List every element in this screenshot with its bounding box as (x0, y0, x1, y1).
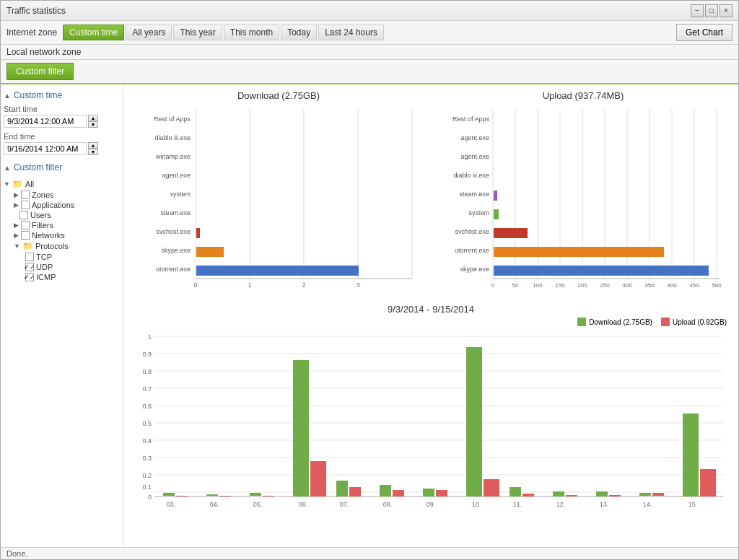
icmp-checkbox[interactable]: ✓ (25, 273, 34, 281)
svg-text:08.: 08. (383, 501, 393, 508)
svg-rect-85 (250, 493, 261, 496)
tree-item-all[interactable]: ▼ 📁 All (4, 178, 120, 190)
users-checkbox[interactable] (19, 211, 28, 219)
start-time-field[interactable] (4, 115, 87, 128)
svg-rect-101 (596, 491, 608, 496)
svg-text:0.6: 0.6 (142, 403, 152, 410)
custom-time-button[interactable]: Custom time (63, 25, 124, 40)
all-folder-icon: 📁 (12, 179, 23, 189)
svg-text:Rest of Apps: Rest of Apps (154, 115, 191, 123)
all-years-button[interactable]: All years (126, 25, 172, 40)
custom-filter-button[interactable]: Custom filter (6, 63, 74, 80)
svg-text:steam.exe: steam.exe (160, 209, 191, 216)
start-time-spinner: ▲ ▼ (88, 115, 98, 128)
tree-item-tcp[interactable]: TCP (4, 252, 120, 262)
svg-rect-99 (553, 491, 564, 496)
svg-text:10.: 10. (472, 501, 481, 508)
tree-item-filters[interactable]: ▶ Filters (4, 220, 120, 230)
svg-text:09.: 09. (427, 501, 436, 508)
svg-text:svchost.exe: svchost.exe (156, 228, 191, 235)
svg-text:0.8: 0.8 (142, 368, 152, 375)
this-year-button[interactable]: This year (173, 25, 222, 40)
svg-rect-86 (263, 496, 274, 496)
svg-rect-89 (336, 481, 348, 496)
legend-upload-label: Upload (0.92GB) (673, 318, 727, 326)
networks-checkbox[interactable] (21, 231, 30, 240)
svg-text:0: 0 (148, 494, 152, 501)
svg-rect-100 (566, 495, 577, 496)
svg-text:0.1: 0.1 (142, 484, 152, 491)
svg-text:2: 2 (302, 281, 305, 289)
svg-rect-94 (436, 490, 447, 496)
end-time-up[interactable]: ▲ (88, 142, 98, 149)
filter-bar: Custom filter (1, 60, 738, 84)
svg-text:0: 0 (193, 281, 197, 289)
tree-item-udp[interactable]: ✓ UDP (4, 262, 120, 272)
svg-text:1: 1 (148, 333, 152, 341)
custom-filter-section[interactable]: ▲ Custom filter (4, 162, 120, 172)
end-time-spinner: ▲ ▼ (88, 142, 98, 155)
internet-zone-label: Internet zone (6, 27, 57, 38)
today-button[interactable]: Today (281, 25, 317, 40)
minimize-button[interactable]: − (691, 4, 704, 17)
tree-label-applications: Applications (32, 201, 74, 209)
all-expand-icon: ▼ (4, 180, 10, 188)
window-title: Traffic statistics (6, 6, 66, 16)
tree-item-zones[interactable]: ▶ Zones (4, 190, 120, 200)
window-controls: − □ × (691, 4, 733, 17)
svg-rect-106 (700, 469, 716, 496)
svg-text:system: system (170, 191, 191, 198)
svg-text:3: 3 (356, 281, 359, 289)
restore-button[interactable]: □ (705, 4, 718, 17)
protocols-expand-icon: ▼ (14, 242, 20, 250)
tree-label-users: Users (30, 211, 51, 219)
svg-text:11.: 11. (513, 501, 522, 508)
close-button[interactable]: × (720, 4, 733, 17)
custom-time-section[interactable]: ▲ Custom time (4, 90, 120, 100)
main-content: ▲ Custom time Start time ▲ ▼ End time ▲ … (1, 84, 738, 547)
this-month-button[interactable]: This month (224, 25, 279, 40)
zones-expand-icon: ▶ (14, 191, 19, 198)
filter-tree: ▼ 📁 All ▶ Zones ▶ Applications (4, 178, 120, 282)
tree-item-networks[interactable]: ▶ Networks (4, 230, 120, 240)
svg-text:450: 450 (689, 282, 699, 289)
svg-text:system: system (468, 209, 489, 216)
networks-expand-icon: ▶ (14, 232, 19, 239)
tcp-checkbox[interactable] (25, 253, 34, 261)
tree-item-protocols[interactable]: ▼ 📁 Protocols (4, 240, 120, 252)
svg-rect-82 (176, 496, 188, 496)
toolbar: Internet zone Custom time All years This… (1, 21, 738, 45)
svg-text:skype.exe: skype.exe (460, 266, 489, 273)
tree-item-icmp[interactable]: ✓ ICMP (4, 272, 120, 282)
tree-label-zones: Zones (32, 191, 54, 199)
svg-rect-43 (494, 191, 497, 201)
svg-text:400: 400 (667, 282, 677, 289)
svg-rect-45 (494, 228, 528, 238)
get-chart-button[interactable]: Get Chart (676, 24, 733, 41)
start-time-up[interactable]: ▲ (88, 115, 98, 121)
svg-text:0.7: 0.7 (142, 385, 152, 393)
tree-item-applications[interactable]: ▶ Applications (4, 200, 120, 210)
legend-download-box (577, 318, 586, 326)
last-24-hours-button[interactable]: Last 24 hours (318, 25, 384, 40)
svg-text:14.: 14. (643, 501, 652, 508)
download-chart-panel: Download (2.75GB) Rest of Apps diablo ii… (129, 90, 428, 295)
upload-chart-panel: Upload (937.74MB) Rest of Apps agent.exe… (434, 90, 733, 295)
tree-label-filters: Filters (32, 221, 53, 229)
svg-rect-97 (510, 487, 521, 496)
udp-checkbox[interactable]: ✓ (25, 263, 34, 271)
svg-rect-105 (683, 414, 699, 496)
tree-label-udp: UDP (36, 263, 53, 271)
applications-checkbox[interactable] (21, 201, 30, 209)
end-time-field[interactable] (4, 142, 87, 155)
tree-item-users[interactable]: Users (4, 210, 120, 220)
svg-text:agent.exe: agent.exe (162, 172, 191, 179)
legend-upload: Upload (0.92GB) (661, 318, 727, 326)
bottom-chart-title: 9/3/2014 - 9/15/2014 (129, 304, 733, 315)
start-time-down[interactable]: ▼ (88, 121, 98, 128)
svg-text:300: 300 (622, 282, 632, 289)
zones-checkbox[interactable] (21, 191, 30, 199)
svg-text:Rest of Apps: Rest of Apps (452, 115, 490, 123)
filters-checkbox[interactable] (21, 221, 30, 229)
end-time-down[interactable]: ▼ (88, 149, 98, 155)
